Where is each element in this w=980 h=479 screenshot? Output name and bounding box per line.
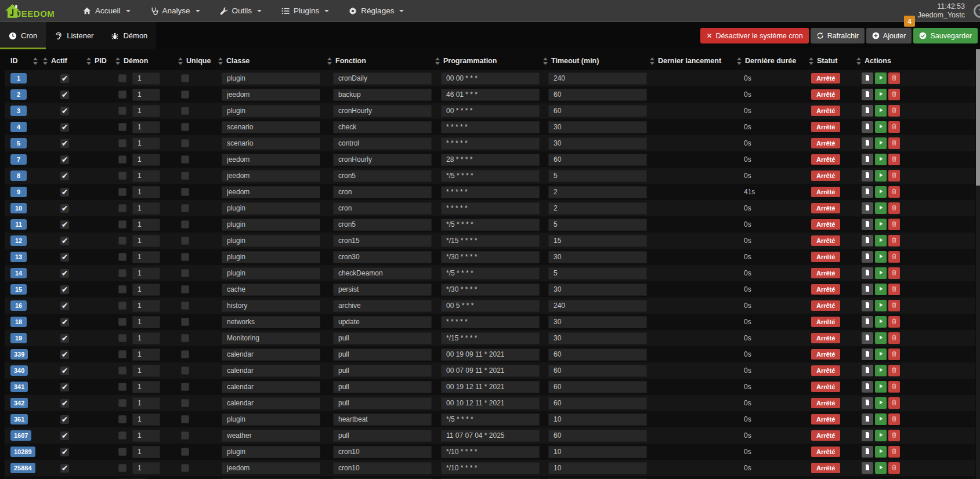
delete-button[interactable] (888, 332, 900, 344)
unique-checkbox[interactable] (181, 448, 189, 456)
active-checkbox[interactable]: ✔ (60, 204, 69, 213)
run-button[interactable] (875, 235, 887, 246)
daemon-checkbox[interactable] (118, 188, 126, 196)
schedule-input[interactable] (441, 413, 540, 426)
active-checkbox[interactable]: ✔ (60, 220, 69, 229)
view-log-button[interactable] (862, 430, 873, 441)
view-log-button[interactable] (862, 235, 873, 246)
daemon-checkbox[interactable] (118, 155, 126, 164)
unique-checkbox[interactable] (181, 302, 189, 310)
active-checkbox[interactable]: ✔ (60, 318, 69, 326)
run-button[interactable] (875, 300, 887, 311)
daemon-count-input[interactable] (132, 462, 160, 474)
class-input[interactable] (222, 202, 320, 215)
daemon-checkbox[interactable] (118, 318, 126, 326)
timeout-input[interactable] (548, 365, 647, 377)
active-checkbox[interactable]: ✔ (60, 172, 69, 180)
function-input[interactable] (333, 446, 432, 458)
unique-checkbox[interactable] (181, 464, 189, 472)
view-log-button[interactable] (862, 72, 873, 84)
timeout-input[interactable] (548, 413, 647, 426)
add-button[interactable]: Ajouter (866, 28, 912, 43)
unique-checkbox[interactable] (181, 204, 189, 212)
delete-button[interactable] (888, 170, 900, 182)
daemon-checkbox[interactable] (118, 302, 126, 310)
function-input[interactable] (333, 300, 432, 312)
run-button[interactable] (875, 219, 887, 230)
view-log-button[interactable] (862, 462, 873, 474)
disable-cron-button[interactable]: Désactiver le système cron (700, 28, 809, 43)
daemon-checkbox[interactable] (118, 431, 126, 440)
unique-checkbox[interactable] (181, 188, 189, 196)
daemon-checkbox[interactable] (118, 399, 126, 407)
daemon-checkbox[interactable] (118, 464, 126, 472)
unique-checkbox[interactable] (181, 172, 189, 180)
daemon-checkbox[interactable] (118, 383, 126, 391)
function-input[interactable] (333, 72, 432, 85)
active-checkbox[interactable]: ✔ (60, 155, 69, 164)
class-input[interactable] (222, 349, 320, 361)
daemon-checkbox[interactable] (118, 139, 126, 147)
function-input[interactable] (333, 284, 432, 296)
schedule-input[interactable] (441, 365, 540, 377)
delete-button[interactable] (888, 381, 900, 393)
daemon-count-input[interactable] (132, 413, 160, 426)
daemon-checkbox[interactable] (118, 107, 126, 115)
column-header-actif[interactable]: Actif (37, 52, 81, 70)
daemon-count-input[interactable] (132, 72, 160, 85)
active-checkbox[interactable]: ✔ (60, 74, 69, 83)
run-button[interactable] (875, 332, 887, 344)
delete-button[interactable] (888, 89, 900, 100)
daemon-count-input[interactable] (132, 430, 160, 442)
function-input[interactable] (333, 170, 432, 182)
daemon-count-input[interactable] (132, 154, 160, 166)
daemon-checkbox[interactable] (118, 220, 126, 228)
active-checkbox[interactable]: ✔ (60, 464, 69, 473)
delete-button[interactable] (888, 430, 900, 441)
daemon-count-input[interactable] (132, 446, 160, 458)
run-button[interactable] (875, 121, 887, 133)
class-input[interactable] (222, 121, 320, 133)
delete-button[interactable] (888, 154, 900, 165)
daemon-count-input[interactable] (132, 251, 160, 263)
class-input[interactable] (222, 186, 320, 198)
run-button[interactable] (875, 284, 887, 295)
tab-cron[interactable]: Cron (0, 22, 46, 49)
class-input[interactable] (222, 72, 320, 85)
view-log-button[interactable] (862, 413, 873, 425)
schedule-input[interactable] (441, 446, 540, 458)
unique-checkbox[interactable] (181, 366, 189, 375)
view-log-button[interactable] (862, 300, 873, 311)
daemon-count-input[interactable] (132, 186, 160, 198)
run-button[interactable] (875, 267, 887, 279)
run-button[interactable] (875, 365, 887, 376)
save-button[interactable]: Sauvegarder (913, 28, 978, 43)
daemon-count-input[interactable] (132, 202, 160, 215)
unique-checkbox[interactable] (181, 220, 189, 228)
timeout-input[interactable] (548, 430, 647, 442)
delete-button[interactable] (888, 202, 900, 214)
timeout-input[interactable] (548, 251, 647, 263)
timeout-input[interactable] (548, 154, 647, 166)
active-checkbox[interactable]: ✔ (60, 285, 69, 294)
column-header-id[interactable]: ID (6, 52, 37, 70)
run-button[interactable] (875, 349, 887, 360)
tab-demon[interactable]: Démon (102, 22, 156, 49)
daemon-count-input[interactable] (132, 267, 160, 280)
delete-button[interactable] (888, 235, 900, 246)
delete-button[interactable] (888, 121, 900, 133)
run-button[interactable] (875, 137, 887, 149)
daemon-checkbox[interactable] (118, 366, 126, 375)
schedule-input[interactable] (441, 381, 540, 393)
column-header-timeout[interactable]: Timeout (min) (538, 52, 645, 70)
schedule-input[interactable] (441, 186, 540, 198)
schedule-input[interactable] (441, 462, 540, 474)
class-input[interactable] (222, 235, 320, 247)
class-input[interactable] (222, 365, 320, 377)
delete-button[interactable] (888, 105, 900, 117)
view-log-button[interactable] (862, 284, 873, 295)
daemon-checkbox[interactable] (118, 415, 126, 423)
delete-button[interactable] (888, 365, 900, 376)
view-log-button[interactable] (862, 202, 873, 214)
timeout-input[interactable] (548, 284, 647, 296)
